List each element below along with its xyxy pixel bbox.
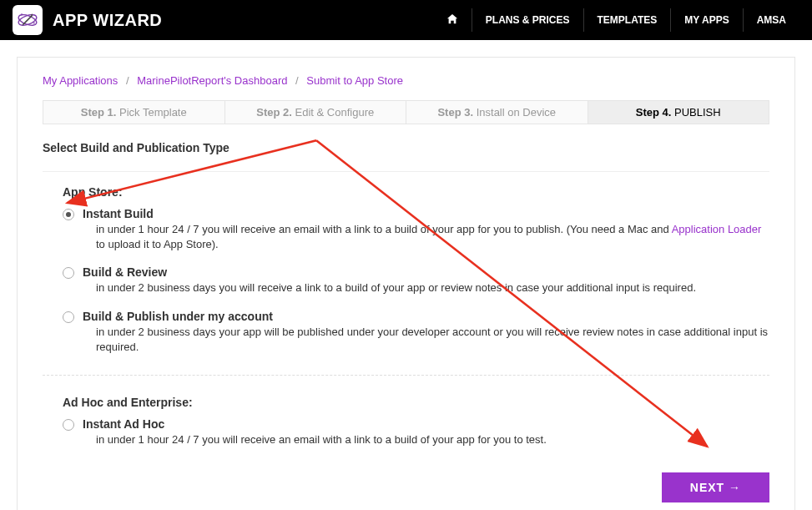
adhoc-heading: Ad Hoc and Enterprise: <box>63 396 769 409</box>
divider <box>43 171 769 172</box>
adhoc-group: Ad Hoc and Enterprise: Instant Ad Hoc in… <box>43 396 769 447</box>
option-build-publish[interactable]: Build & Publish under my account in unde… <box>63 310 769 355</box>
nav-user[interactable]: AMSA <box>743 8 799 32</box>
dashed-divider <box>43 375 769 376</box>
crumb-my-applications[interactable]: My Applications <box>43 74 118 87</box>
nav-plans-prices[interactable]: PLANS & PRICES <box>472 8 583 32</box>
svg-point-4 <box>33 23 35 24</box>
crumb-submit[interactable]: Submit to App Store <box>306 74 403 87</box>
radio-build-publish[interactable] <box>63 311 74 323</box>
step-2[interactable]: Step 2. Edit & Configure <box>225 101 407 124</box>
step-1[interactable]: Step 1. Pick Template <box>43 101 225 124</box>
option-title: Build & Review <box>83 265 769 279</box>
main-card: My Applications / MarinePilotReport's Da… <box>17 57 795 510</box>
option-desc: in under 1 hour 24 / 7 you will receive … <box>83 432 769 447</box>
option-title: Instant Ad Hoc <box>83 417 769 431</box>
svg-point-3 <box>21 13 23 15</box>
breadcrumb: My Applications / MarinePilotReport's Da… <box>43 74 769 87</box>
option-instant-adhoc[interactable]: Instant Ad Hoc in under 1 hour 24 / 7 yo… <box>63 417 769 447</box>
option-desc: in under 2 business days you will receiv… <box>83 280 769 295</box>
section-title: Select Build and Publication Type <box>43 141 769 154</box>
app-store-group: App Store: Instant Build in under 1 hour… <box>43 185 769 355</box>
next-button[interactable]: NEXT → <box>662 472 769 502</box>
app-store-heading: App Store: <box>63 185 769 199</box>
application-loader-link[interactable]: Application Loader <box>672 223 762 235</box>
radio-build-review[interactable] <box>63 267 74 279</box>
crumb-dashboard[interactable]: MarinePilotReport's Dashboard <box>137 74 287 87</box>
app-title: APP WIZARD <box>53 11 162 30</box>
header: APP WIZARD PLANS & PRICES TEMPLATES MY A… <box>0 0 812 40</box>
nav-my-apps[interactable]: MY APPS <box>670 8 742 32</box>
step-3[interactable]: Step 3. Install on Device <box>406 101 588 124</box>
wizard-steps: Step 1. Pick Template Step 2. Edit & Con… <box>43 100 769 124</box>
option-instant-build[interactable]: Instant Build in under 1 hour 24 / 7 you… <box>63 207 769 252</box>
option-build-review[interactable]: Build & Review in under 2 business days … <box>63 265 769 295</box>
option-desc: in under 1 hour 24 / 7 you will receive … <box>83 222 769 252</box>
app-logo <box>13 5 43 35</box>
option-title: Build & Publish under my account <box>83 310 769 323</box>
radio-instant-adhoc[interactable] <box>63 419 74 431</box>
step-4[interactable]: Step 4. PUBLISH <box>588 101 769 124</box>
option-desc: in under 2 business days your app will b… <box>83 325 769 355</box>
nav-templates[interactable]: TEMPLATES <box>583 8 671 32</box>
option-title: Instant Build <box>83 207 769 220</box>
home-icon[interactable] <box>433 13 472 28</box>
radio-instant-build[interactable] <box>63 209 74 220</box>
